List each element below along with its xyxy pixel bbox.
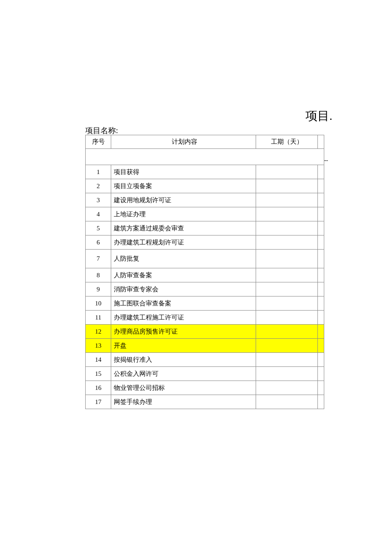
table-row: 14按揭银行准入	[86, 353, 324, 367]
table-row: 15公积金入网许可	[86, 367, 324, 381]
spacer-row	[86, 149, 324, 165]
cell-num: 5	[86, 221, 111, 235]
cell-content: 公积金入网许可	[111, 367, 256, 381]
table-row: 12办理商品房预售许可证	[86, 325, 324, 339]
cell-duration	[256, 235, 318, 250]
cell-tail	[318, 179, 324, 193]
cell-num: 9	[86, 282, 111, 296]
header-duration: 工期（天）	[256, 135, 318, 149]
table-body: 1项目获得2项目立项备案3建设用地规划许可证4上地证办理5建筑方案通过规委会审查…	[86, 149, 324, 409]
cell-num: 16	[86, 381, 111, 395]
cell-content: 按揭银行准入	[111, 353, 256, 367]
table-row: 4上地证办理	[86, 207, 324, 221]
table-row: 5建筑方案通过规委会审查	[86, 221, 324, 235]
cell-num: 12	[86, 325, 111, 339]
cell-tail	[318, 268, 324, 282]
cell-duration	[256, 381, 318, 395]
table-row: 7人防批复	[86, 250, 324, 268]
table-row: 6办理建筑工程规划许可证	[86, 235, 324, 250]
cell-tail	[318, 235, 324, 250]
cell-num: 1	[86, 165, 111, 179]
cell-content: 项目获得	[111, 165, 256, 179]
cell-content: 建筑方案通过规委会审查	[111, 221, 256, 235]
cell-num: 17	[86, 395, 111, 409]
cell-tail	[318, 282, 324, 296]
cell-content: 项目立项备案	[111, 179, 256, 193]
cell-num: 15	[86, 367, 111, 381]
plan-table: 序号 计划内容 工期（天） 1项目获得2项目立项备案3建设用地规划许可证4上地证…	[85, 135, 324, 409]
cell-duration	[256, 282, 318, 296]
table-row: 3建设用地规划许可证	[86, 193, 324, 207]
cell-content: 开盘	[111, 339, 256, 353]
cell-content: 人防审查备案	[111, 268, 256, 282]
cell-duration	[256, 268, 318, 282]
cell-content: 建设用地规划许可证	[111, 193, 256, 207]
cell-num: 10	[86, 296, 111, 311]
cell-duration	[256, 207, 318, 221]
cell-tail	[318, 353, 324, 367]
cell-tail	[318, 250, 324, 268]
table-row: 13开盘	[86, 339, 324, 353]
table-row: 8人防审查备案	[86, 268, 324, 282]
header-row: 序号 计划内容 工期（天）	[86, 135, 324, 149]
cell-duration	[256, 179, 318, 193]
page-title: 项目.	[306, 108, 332, 124]
cell-tail	[318, 367, 324, 381]
cell-num: 7	[86, 250, 111, 268]
cell-duration	[256, 165, 318, 179]
cell-num: 3	[86, 193, 111, 207]
table-row: 16物业管理公司招标	[86, 381, 324, 395]
table-row: 2项目立项备案	[86, 179, 324, 193]
cell-duration	[256, 221, 318, 235]
cell-tail	[318, 339, 324, 353]
cell-tail	[318, 193, 324, 207]
header-tail	[318, 135, 324, 149]
cell-content: 消防审查专家会	[111, 282, 256, 296]
cell-duration	[256, 311, 318, 325]
cell-duration	[256, 367, 318, 381]
cell-num: 2	[86, 179, 111, 193]
project-name-label: 项目名称:	[85, 125, 118, 136]
cell-tail	[318, 325, 324, 339]
cell-tail	[318, 311, 324, 325]
cell-content: 物业管理公司招标	[111, 381, 256, 395]
dash-mark: --	[324, 157, 328, 164]
cell-tail	[318, 221, 324, 235]
cell-content: 上地证办理	[111, 207, 256, 221]
table-row: 10施工图联合审查备案	[86, 296, 324, 311]
cell-tail	[318, 381, 324, 395]
cell-duration	[256, 353, 318, 367]
cell-content: 办理建筑工程施工许可证	[111, 311, 256, 325]
cell-num: 6	[86, 235, 111, 250]
cell-content: 施工图联合审查备案	[111, 296, 256, 311]
table-row: 11办理建筑工程施工许可证	[86, 311, 324, 325]
table-row: 17网签手续办理	[86, 395, 324, 409]
cell-content: 办理商品房预售许可证	[111, 325, 256, 339]
cell-num: 14	[86, 353, 111, 367]
cell-content: 人防批复	[111, 250, 256, 268]
cell-num: 11	[86, 311, 111, 325]
cell-num: 13	[86, 339, 111, 353]
cell-content: 网签手续办理	[111, 395, 256, 409]
cell-duration	[256, 395, 318, 409]
cell-tail	[318, 395, 324, 409]
header-num: 序号	[86, 135, 111, 149]
table-row: 9消防审查专家会	[86, 282, 324, 296]
plan-table-container: 序号 计划内容 工期（天） 1项目获得2项目立项备案3建设用地规划许可证4上地证…	[85, 135, 324, 409]
cell-duration	[256, 339, 318, 353]
cell-duration	[256, 250, 318, 268]
cell-tail	[318, 207, 324, 221]
header-content: 计划内容	[111, 135, 256, 149]
cell-duration	[256, 325, 318, 339]
cell-duration	[256, 193, 318, 207]
cell-num: 4	[86, 207, 111, 221]
cell-num: 8	[86, 268, 111, 282]
cell-content: 办理建筑工程规划许可证	[111, 235, 256, 250]
cell-tail	[318, 296, 324, 311]
cell-duration	[256, 296, 318, 311]
cell-tail	[318, 165, 324, 179]
table-row: 1项目获得	[86, 165, 324, 179]
